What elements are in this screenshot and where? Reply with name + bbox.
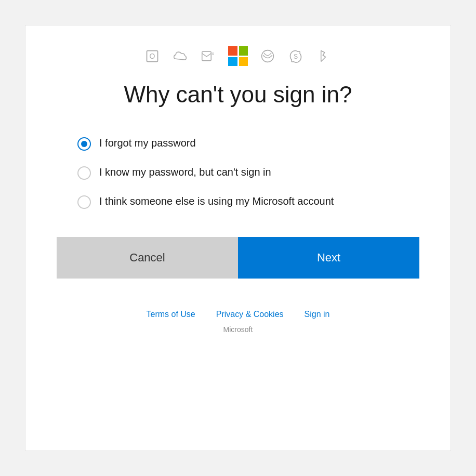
sign-in-link[interactable]: Sign in [305, 310, 330, 319]
privacy-cookies-link[interactable]: Privacy & Cookies [216, 310, 284, 319]
onedrive-icon [172, 48, 189, 64]
option-label-forgot-password: I forgot my password [99, 136, 196, 150]
skype-icon: S [287, 48, 304, 64]
option-label-know-password: I know my password, but can't sign in [99, 165, 271, 179]
option-know-password[interactable]: I know my password, but can't sign in [77, 158, 419, 187]
option-someone-else[interactable]: I think someone else is using my Microso… [77, 187, 419, 216]
page-title: Why can't you sign in? [124, 82, 352, 108]
radio-know-password[interactable] [77, 166, 91, 180]
cancel-button[interactable]: Cancel [57, 237, 238, 279]
bing-icon [315, 48, 332, 64]
radio-inner-forgot-password [81, 141, 87, 147]
options-list: I forgot my password I know my password,… [57, 129, 419, 216]
next-button[interactable]: Next [238, 237, 419, 279]
footer-links: Terms of Use Privacy & Cookies Sign in [147, 310, 330, 319]
option-forgot-password[interactable]: I forgot my password [77, 129, 419, 158]
office-icon: O [144, 48, 161, 64]
svg-text:S: S [294, 53, 298, 60]
svg-text:O: O [150, 52, 155, 60]
signin-help-card: O x [25, 25, 451, 451]
svg-text:x: x [212, 51, 215, 56]
outlook-icon: x [200, 48, 217, 64]
svg-rect-2 [202, 51, 211, 61]
microsoft-logo-icon [228, 46, 248, 66]
option-label-someone-else: I think someone else is using my Microso… [99, 194, 334, 208]
radio-forgot-password[interactable] [77, 137, 91, 151]
footer-brand: Microsoft [223, 325, 253, 334]
app-icon-bar: O x [144, 46, 332, 66]
xbox-icon [259, 48, 276, 64]
radio-someone-else[interactable] [77, 195, 91, 209]
terms-of-use-link[interactable]: Terms of Use [147, 310, 195, 319]
button-row: Cancel Next [57, 237, 419, 279]
